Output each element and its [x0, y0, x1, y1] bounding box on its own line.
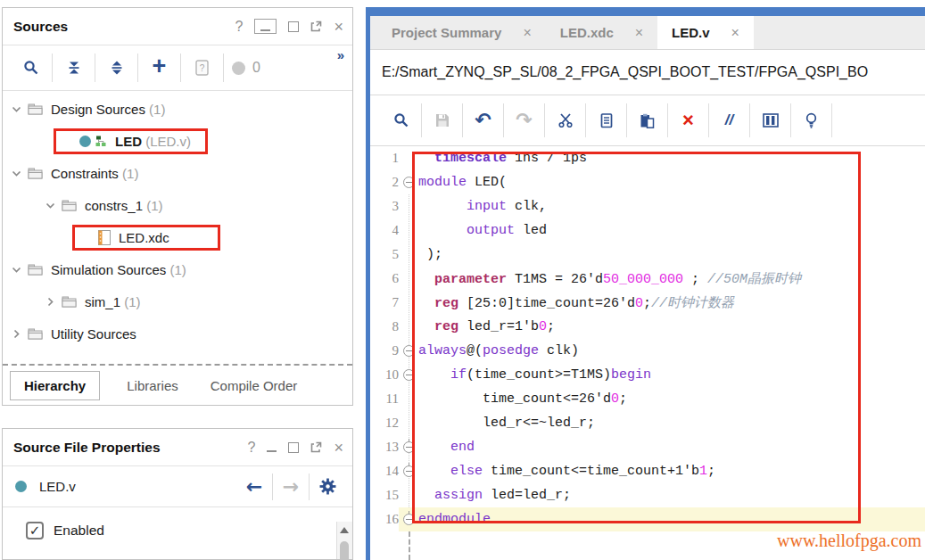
fold-column	[399, 345, 418, 357]
code-line-8[interactable]: 8 reg led_r=1'b0;	[370, 315, 925, 339]
search-button[interactable]	[10, 54, 53, 82]
code-text: input clk,	[418, 199, 925, 214]
maximize-icon[interactable]	[288, 21, 299, 32]
back-button[interactable]: ←	[236, 474, 273, 500]
float-icon[interactable]	[310, 21, 322, 32]
code-line-16[interactable]: 16endmodule	[370, 507, 925, 531]
source-file-properties-panel: Source File Properties ? × LED.v ← →	[2, 428, 353, 560]
sources-panel-title: Sources	[13, 19, 68, 35]
editor-tab-led-v[interactable]: LED.v×	[657, 16, 754, 49]
fold-collapse-marker[interactable]	[403, 177, 415, 188]
fold-end-marker[interactable]	[403, 465, 415, 477]
settings-button[interactable]	[310, 474, 345, 500]
code-line-5[interactable]: 5 );	[370, 243, 925, 267]
tab-label: Project Summary	[392, 25, 501, 40]
code-line-4[interactable]: 4 output led	[370, 218, 925, 243]
help-icon[interactable]: ?	[235, 19, 244, 35]
close-icon[interactable]: ×	[334, 19, 343, 35]
tree-item-label: Constraints	[51, 166, 119, 181]
close-icon[interactable]: ×	[334, 440, 343, 456]
redo-button[interactable]: ↷	[504, 103, 545, 137]
properties-scrollbar[interactable]	[336, 522, 352, 560]
line-number: 14	[370, 464, 399, 479]
chevron-down-icon[interactable]	[12, 104, 28, 114]
forward-button[interactable]: →	[273, 474, 310, 500]
code-line-10[interactable]: 10 if(time_count>=T1MS)begin	[370, 363, 925, 387]
line-number: 8	[370, 319, 399, 334]
tree-item-label: LED	[115, 134, 142, 149]
tree-item-simulation-sources[interactable]: Simulation Sources (1)	[3, 253, 352, 285]
tree-item-constraints[interactable]: Constraints (1)	[3, 157, 352, 189]
code-line-13[interactable]: 13 end	[370, 435, 925, 459]
properties-content: ✓ Enabled	[3, 522, 352, 560]
chevron-right-icon[interactable]	[45, 297, 62, 307]
collapse-all-button[interactable]	[53, 54, 95, 82]
code-line-3[interactable]: 3 input clk,	[370, 194, 925, 218]
code-line-7[interactable]: 7 reg [25:0]time_count=26'd0;//时钟计数器	[370, 291, 925, 315]
view-tab-compile-order[interactable]: Compile Order	[205, 372, 303, 399]
messages-count: 0	[252, 60, 260, 76]
tree-item-led[interactable]: LED (LED.v)	[3, 125, 352, 157]
toggle-comment-button[interactable]: //	[709, 103, 750, 137]
code-line-2[interactable]: 2module LED(	[370, 170, 925, 194]
help-doc-button[interactable]: ?	[181, 54, 224, 82]
add-sources-button[interactable]: +	[138, 54, 181, 82]
editor-tab-led-xdc[interactable]: LED.xdc×	[546, 16, 657, 49]
editor-panel: Project Summary×LED.xdc×LED.v× E:/Smart_…	[366, 7, 925, 560]
tree-item-sim-1[interactable]: sim_1 (1)	[3, 285, 352, 317]
sources-panel: Sources ? × +	[2, 7, 353, 406]
chevron-down-icon[interactable]	[45, 201, 62, 210]
minimize-icon[interactable]	[267, 442, 277, 452]
expand-all-button[interactable]	[95, 54, 138, 82]
code-line-11[interactable]: 11 time_count<=26'd0;	[370, 387, 925, 411]
cut-button[interactable]	[545, 103, 586, 137]
fold-end-marker[interactable]	[403, 514, 415, 525]
view-tab-libraries[interactable]: Libraries	[121, 372, 184, 399]
toolbar-overflow-icon[interactable]: »	[337, 47, 344, 62]
code-line-14[interactable]: 14 else time_count<=time_count+1'b1;	[370, 459, 925, 483]
messages-indicator[interactable]: 0	[224, 54, 294, 82]
code-line-6[interactable]: 6 parameter T1MS = 26'd50_000_000 ; //50…	[370, 267, 925, 291]
tab-close-icon[interactable]: ×	[635, 25, 643, 41]
enabled-checkbox[interactable]: ✓	[26, 522, 44, 539]
quick-fix-button[interactable]	[791, 103, 832, 137]
code-line-1[interactable]: 1 `timescale 1ns / 1ps	[370, 146, 925, 170]
checkmark-icon: ✓	[29, 523, 41, 539]
view-tab-hierarchy[interactable]: Hierarchy	[10, 371, 100, 400]
minimize-icon[interactable]	[254, 19, 277, 34]
back-arrow-icon: ←	[246, 477, 262, 497]
save-button[interactable]	[422, 103, 463, 137]
tree-item-design-sources[interactable]: Design Sources (1)	[3, 93, 352, 125]
search-icon	[23, 60, 39, 76]
maximize-icon[interactable]	[288, 442, 299, 453]
scroll-up-icon[interactable]	[340, 527, 349, 533]
line-number: 7	[370, 295, 399, 310]
tree-item-constrs-1[interactable]: constrs_1 (1)	[3, 189, 352, 221]
editor-search-button[interactable]	[381, 103, 422, 137]
delete-button[interactable]: ×	[668, 103, 709, 137]
help-icon[interactable]: ?	[248, 440, 256, 456]
chevron-down-icon[interactable]	[12, 169, 28, 178]
fold-collapse-marker[interactable]	[403, 369, 415, 381]
editor-tab-project-summary[interactable]: Project Summary×	[377, 16, 546, 49]
code-editor[interactable]: 1 `timescale 1ns / 1ps2module LED(3 inpu…	[370, 146, 925, 560]
undo-button[interactable]: ↶	[463, 103, 504, 137]
code-line-15[interactable]: 15 assign led=led_r;	[370, 483, 925, 507]
tab-close-icon[interactable]: ×	[731, 25, 739, 41]
paste-button[interactable]	[627, 103, 668, 137]
copy-button[interactable]	[586, 103, 627, 137]
toggle-column-select-button[interactable]	[750, 103, 791, 137]
fold-end-marker[interactable]	[403, 441, 415, 453]
editor-toolbar: ↶ ↷ × //	[370, 95, 925, 146]
fold-collapse-marker[interactable]	[403, 345, 415, 357]
code-line-9[interactable]: 9always@(posedge clk)	[370, 339, 925, 363]
tree-item-utility-sources[interactable]: Utility Sources	[3, 317, 352, 350]
chevron-down-icon[interactable]	[12, 265, 28, 275]
tab-close-icon[interactable]: ×	[523, 25, 531, 41]
line-number: 11	[370, 391, 399, 407]
chevron-right-icon[interactable]	[12, 329, 28, 339]
tree-item-led-xdc[interactable]: LED.xdc	[3, 221, 352, 253]
scrollbar-thumb[interactable]	[340, 541, 349, 560]
code-line-12[interactable]: 12 led_r<=~led_r;	[370, 411, 925, 435]
float-icon[interactable]	[310, 441, 322, 453]
